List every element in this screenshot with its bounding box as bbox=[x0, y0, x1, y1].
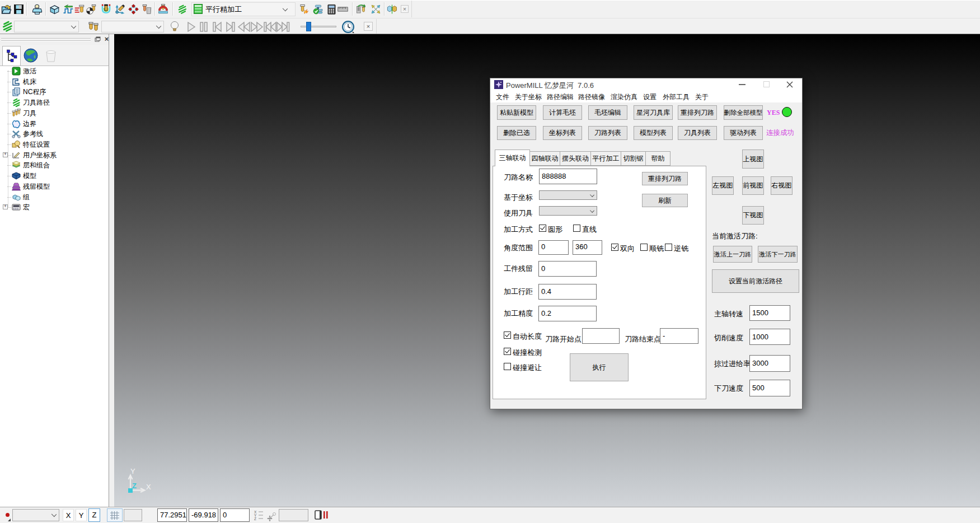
svg-text:X: X bbox=[146, 483, 151, 491]
svg-text:Y: Y bbox=[130, 467, 135, 475]
svg-text:Z: Z bbox=[132, 482, 137, 490]
svg-text:Z: Z bbox=[254, 517, 256, 521]
